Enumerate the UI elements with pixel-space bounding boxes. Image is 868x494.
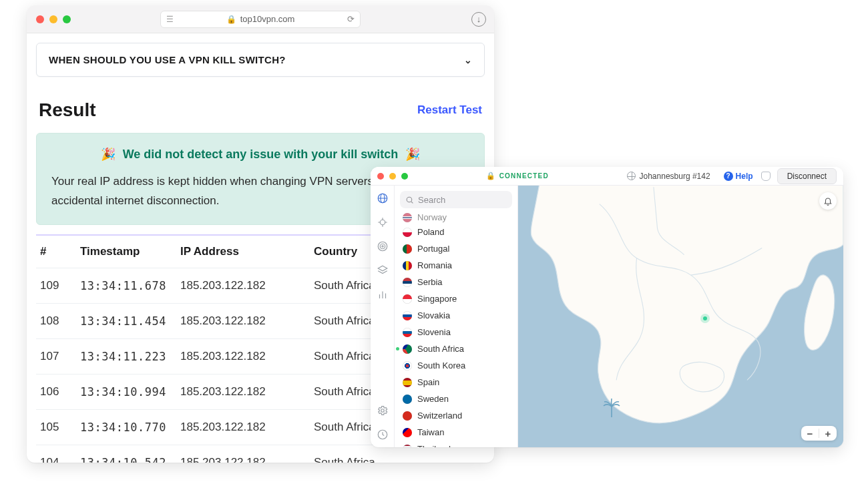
country-item-spain[interactable]: Spain: [395, 374, 517, 391]
country-label: Sweden: [417, 394, 449, 404]
refresh-icon[interactable]: ⟳: [347, 14, 355, 24]
country-label: Spain: [417, 377, 439, 387]
zoom-out-button[interactable]: −: [801, 428, 819, 439]
country-label: Poland: [417, 227, 444, 237]
country-label: Switzerland: [417, 411, 462, 421]
country-label: Singapore: [417, 294, 457, 304]
address-bar[interactable]: ☰ 🔒 top10vpn.com ⟳: [160, 11, 361, 28]
country-label: Slovenia: [417, 327, 451, 337]
country-item-serbia[interactable]: Serbia: [395, 274, 517, 290]
app-titlebar: 🔒 CONNECTED Johannesburg #142 ? Help Dis…: [371, 167, 843, 186]
minimize-window-button[interactable]: [49, 15, 57, 23]
server-location[interactable]: Johannesburg #142: [627, 172, 710, 181]
nav-crosshair-icon[interactable]: [377, 216, 389, 228]
shield-icon[interactable]: [761, 172, 771, 181]
browser-titlebar: ☰ 🔒 top10vpn.com ⟳ ↓: [27, 5, 494, 33]
flag-icon: [403, 261, 412, 270]
notifications-button[interactable]: [819, 192, 837, 210]
flag-icon: [403, 213, 412, 222]
nav-globe-icon[interactable]: [377, 192, 389, 204]
cell-index: 106: [36, 374, 76, 409]
flag-icon: [403, 228, 412, 237]
close-window-button[interactable]: [377, 173, 384, 180]
help-icon: ?: [724, 172, 733, 181]
flag-icon: [403, 428, 412, 437]
search-input[interactable]: Search: [400, 191, 512, 208]
flag-icon: [403, 344, 412, 354]
app-window-controls: [377, 173, 408, 180]
map[interactable]: − +: [518, 186, 843, 447]
nav-target-icon[interactable]: [377, 240, 389, 252]
country-label: Norway: [417, 212, 447, 222]
cell-index: 104: [36, 445, 76, 463]
country-item-slovenia[interactable]: Slovenia: [395, 324, 517, 340]
country-item-singapore[interactable]: Singapore: [395, 290, 517, 307]
help-link[interactable]: ? Help: [724, 172, 753, 181]
zoom-controls: − +: [801, 426, 837, 441]
cell-ip: 185.203.122.182: [176, 303, 310, 338]
cell-timestamp: 13:34:11.678: [76, 268, 176, 303]
zoom-in-button[interactable]: +: [819, 428, 837, 439]
lock-icon: 🔒: [486, 172, 495, 180]
col-ip: IP Address: [176, 235, 310, 268]
country-item-romania[interactable]: Romania: [395, 257, 517, 274]
chevron-down-icon: ⌄: [464, 55, 472, 65]
map-svg: [518, 186, 843, 447]
flag-icon: [403, 395, 412, 404]
sidebar-toggle-icon[interactable]: ☰: [166, 15, 174, 24]
country-item-thailand[interactable]: Thailand: [395, 441, 517, 447]
nav-activity-icon[interactable]: [377, 429, 389, 441]
disconnect-button[interactable]: Disconnect: [777, 168, 837, 184]
col-index: #: [36, 235, 76, 268]
nav-layers-icon[interactable]: [377, 264, 389, 276]
globe-icon: [627, 172, 636, 180]
country-item-sweden[interactable]: Sweden: [395, 391, 517, 407]
restart-test-link[interactable]: Restart Test: [417, 103, 482, 117]
faq-title: WHEN SHOULD YOU USE A VPN KILL SWITCH?: [49, 54, 286, 65]
country-label: Thailand: [417, 444, 451, 447]
server-pin[interactable]: [700, 314, 710, 323]
country-item-poland[interactable]: Poland: [395, 224, 517, 240]
svg-point-11: [381, 409, 384, 413]
cell-index: 107: [36, 338, 76, 374]
country-item-taiwan[interactable]: Taiwan: [395, 424, 517, 441]
svg-point-4: [378, 242, 387, 251]
svg-line-14: [411, 202, 413, 203]
col-timestamp: Timestamp: [76, 235, 176, 268]
country-panel: Search NorwayPolandPortugalRomaniaSerbia…: [395, 186, 518, 447]
svg-point-5: [380, 244, 385, 249]
flag-icon: [403, 278, 412, 287]
zoom-window-button[interactable]: [63, 15, 71, 23]
search-icon: [405, 196, 414, 204]
download-icon: ↓: [477, 14, 481, 24]
country-item-switzerland[interactable]: Switzerland: [395, 407, 517, 424]
faq-accordion[interactable]: WHEN SHOULD YOU USE A VPN KILL SWITCH? ⌄: [36, 43, 485, 77]
cell-timestamp: 13:34:11.454: [76, 303, 176, 338]
country-item-norway[interactable]: Norway: [395, 212, 517, 224]
minimize-window-button[interactable]: [389, 173, 396, 180]
flag-icon: [403, 311, 412, 320]
cell-ip: 185.203.122.182: [176, 268, 310, 303]
close-window-button[interactable]: [36, 15, 44, 23]
party-popper-icon: 🎉: [405, 147, 420, 162]
country-item-portugal[interactable]: Portugal: [395, 240, 517, 257]
country-item-south-africa[interactable]: South Africa: [395, 340, 517, 357]
country-item-south-korea[interactable]: South Korea: [395, 357, 517, 374]
nav-settings-icon[interactable]: [377, 405, 389, 417]
country-label: South Korea: [417, 360, 465, 370]
country-item-slovakia[interactable]: Slovakia: [395, 307, 517, 324]
zoom-window-button[interactable]: [401, 173, 408, 180]
svg-point-6: [381, 246, 383, 247]
country-list[interactable]: NorwayPolandPortugalRomaniaSerbiaSingapo…: [395, 211, 517, 447]
cell-ip: 185.203.122.182: [176, 338, 310, 374]
svg-point-3: [380, 220, 385, 225]
help-label: Help: [736, 172, 753, 181]
cell-index: 109: [36, 268, 76, 303]
nav-stats-icon[interactable]: [377, 288, 389, 300]
bell-icon: [823, 196, 833, 206]
cell-country: South Africa: [310, 445, 485, 463]
downloads-button[interactable]: ↓: [471, 12, 486, 27]
active-indicator: [396, 347, 399, 350]
callout-headline: We did not detect any issue with your ki…: [123, 148, 399, 161]
country-label: South Africa: [417, 344, 464, 354]
